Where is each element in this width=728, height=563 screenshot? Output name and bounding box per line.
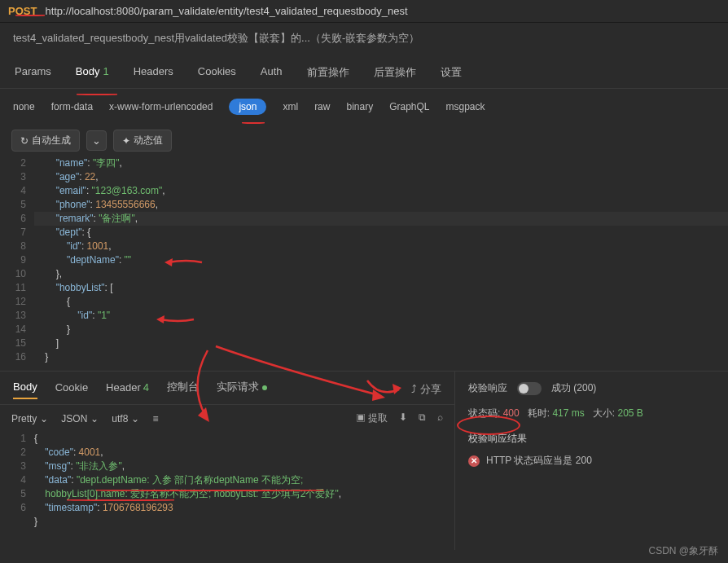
auto-generate-button[interactable]: ↻ 自动生成 (11, 130, 80, 152)
url-input[interactable]: http://localhost:8080/param_validate/ent… (45, 5, 407, 17)
resp-tab-Header[interactable]: Header4 (106, 381, 149, 398)
resp-tab-Cookie[interactable]: Cookie (55, 381, 88, 398)
tab-设置[interactable]: 设置 (439, 57, 463, 88)
resp-tab-Body[interactable]: Body (13, 380, 37, 399)
editor-toolbar: ↻ 自动生成 ⌄ ✦ 动态值 (0, 125, 728, 156)
tab-前置操作[interactable]: 前置操作 (305, 57, 351, 88)
resp-tab-控制台[interactable]: 控制台 (167, 380, 199, 399)
dynamic-value-button[interactable]: ✦ 动态值 (113, 130, 172, 152)
resp-tab-实际请求[interactable]: 实际请求 (217, 380, 267, 399)
url-bar: POST http://localhost:8080/param_validat… (0, 0, 728, 23)
share-button[interactable]: ⤴ 分享 (411, 382, 441, 397)
response-toolbar: Pretty ⌄ JSON ⌄ utf8 ⌄ ≡ ▣ 提取 ⬇ ⧉ ⌕ (0, 405, 454, 432)
verify-result-item: ✕ HTTP 状态码应当是 200 (468, 454, 715, 468)
request-tabs: ParamsBody1HeadersCookiesAuth前置操作后置操作设置 (0, 57, 728, 89)
http-method[interactable]: POST (8, 5, 37, 17)
watermark: CSDN @象牙酥 (648, 544, 718, 558)
body-type-binary[interactable]: binary (346, 101, 373, 112)
tab-body[interactable]: Body1 (74, 57, 111, 88)
response-body-viewer[interactable]: 123456{ "code": 4001, "msg": "非法入参", "da… (0, 432, 454, 550)
fail-icon: ✕ (468, 455, 480, 467)
copy-icon[interactable]: ⧉ (419, 411, 426, 425)
body-type-json[interactable]: json (229, 99, 266, 115)
encoding-dropdown[interactable]: utf8 ⌄ (112, 413, 139, 424)
size-value: 205 B (617, 407, 642, 419)
tab-cookies[interactable]: Cookies (196, 57, 238, 88)
response-stats: 状态码: 400 耗时: 417 ms 大小: 205 B (468, 407, 715, 420)
tab-auth[interactable]: Auth (259, 57, 284, 88)
body-type-raw[interactable]: raw (314, 101, 330, 112)
pretty-dropdown[interactable]: Pretty ⌄ (11, 413, 48, 424)
response-tabs: BodyCookieHeader4控制台实际请求⤴ 分享 (0, 372, 454, 405)
response-left: BodyCookieHeader4控制台实际请求⤴ 分享 Pretty ⌄ JS… (0, 372, 455, 550)
search-icon[interactable]: ⌕ (437, 411, 443, 425)
auto-generate-chevron[interactable]: ⌄ (86, 130, 107, 151)
request-body-editor[interactable]: 2345678910111213141516 "name": "李四", "ag… (0, 156, 728, 364)
format-icon[interactable]: ≡ (152, 413, 158, 424)
verify-toggle[interactable] (517, 382, 542, 395)
tab-后置操作[interactable]: 后置操作 (372, 57, 418, 88)
body-type-msgpack[interactable]: msgpack (446, 101, 485, 112)
tab-params[interactable]: Params (13, 57, 53, 88)
download-icon[interactable]: ⬇ (399, 411, 407, 425)
verify-response-label: 校验响应 (468, 381, 507, 395)
format-dropdown[interactable]: JSON ⌄ (61, 413, 99, 424)
status-code-value: 400 (503, 407, 520, 419)
body-type-GraphQL[interactable]: GraphQL (389, 101, 429, 112)
body-type-form-data[interactable]: form-data (51, 101, 93, 112)
body-type-xml[interactable]: xml (283, 101, 298, 112)
tab-headers[interactable]: Headers (132, 57, 175, 88)
extract-button[interactable]: ▣ 提取 (356, 411, 388, 425)
response-right-panel: 校验响应 成功 (200) 状态码: 400 耗时: 417 ms 大小: 20… (455, 372, 728, 550)
time-value: 417 ms (552, 407, 584, 419)
request-description: test4_validated_requestbody_nest用validat… (0, 23, 728, 57)
response-panel: BodyCookieHeader4控制台实际请求⤴ 分享 Pretty ⌄ JS… (0, 371, 728, 550)
body-type-x-www-form-urlencoded[interactable]: x-www-form-urlencoded (109, 101, 213, 112)
verify-success-label: 成功 (200) (551, 381, 596, 395)
verify-result-title: 校验响应结果 (468, 432, 715, 446)
body-type-none[interactable]: none (13, 101, 35, 112)
body-type-row: noneform-datax-www-form-urlencodedjsonxm… (0, 89, 728, 125)
